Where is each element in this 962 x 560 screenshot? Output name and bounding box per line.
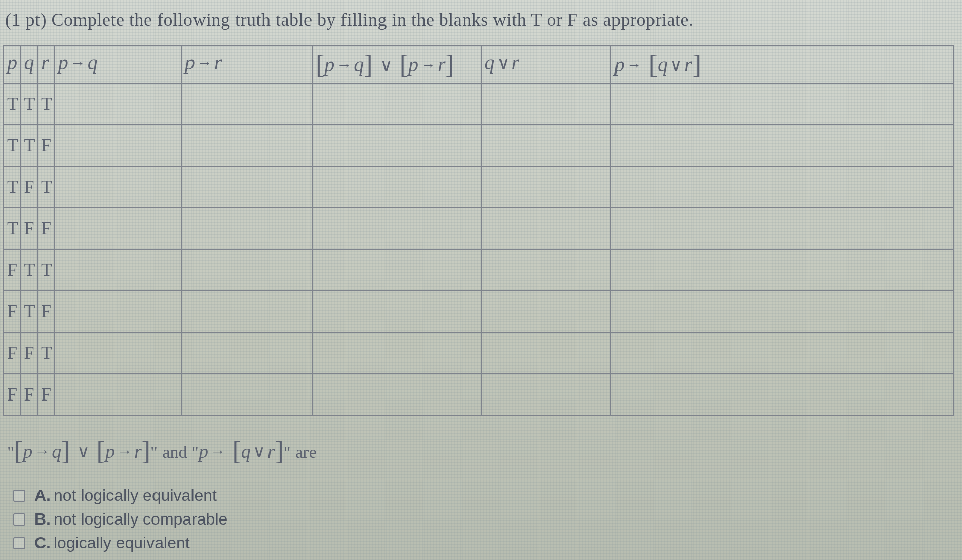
table-row: F F T	[4, 332, 954, 374]
blank-cell[interactable]	[611, 166, 954, 208]
blank-cell[interactable]	[55, 374, 181, 415]
blank-cell[interactable]	[181, 291, 312, 332]
blank-cell[interactable]	[181, 374, 312, 415]
table-row: T F T	[4, 166, 954, 208]
cell-r: T	[37, 249, 55, 291]
col-p-implies-r: p→r	[181, 45, 312, 83]
table-row: F T F	[4, 291, 954, 332]
blank-cell[interactable]	[312, 291, 481, 332]
blank-cell[interactable]	[611, 374, 954, 415]
blank-cell[interactable]	[312, 374, 481, 415]
blank-cell[interactable]	[611, 332, 954, 374]
choice-text: not logically equivalent	[54, 486, 217, 504]
col-disjunction: [p→q] ∨ [p→r]	[312, 45, 481, 83]
cell-r: T	[37, 332, 55, 374]
blank-cell[interactable]	[481, 166, 611, 208]
question-prompt: (1 pt) Complete the following truth tabl…	[5, 9, 959, 30]
statement-and: and	[162, 443, 191, 461]
blank-cell[interactable]	[611, 249, 954, 291]
equivalence-statement: "[p→q] ∨ [p→r]" and "p→ [q∨r]" are	[7, 434, 959, 464]
blank-cell[interactable]	[181, 332, 312, 374]
choice-key: B.	[34, 510, 51, 528]
blank-cell[interactable]	[481, 249, 611, 291]
blank-cell[interactable]	[55, 332, 181, 374]
blank-cell[interactable]	[481, 374, 611, 415]
blank-cell[interactable]	[312, 208, 481, 249]
cell-q: T	[21, 291, 38, 332]
blank-cell[interactable]	[181, 249, 312, 291]
blank-cell[interactable]	[481, 83, 611, 125]
header-row: p q r p→q p→r [p→q] ∨ [p→r] q∨r p	[4, 45, 954, 83]
choice-key: C.	[34, 534, 51, 552]
blank-cell[interactable]	[55, 125, 181, 166]
cell-p: T	[4, 83, 21, 125]
cell-p: T	[4, 208, 21, 249]
answer-choices: A.not logically equivalent B.not logical…	[13, 486, 959, 552]
col-p-implies-q: p→q	[55, 45, 181, 83]
blank-cell[interactable]	[481, 125, 611, 166]
choice-text: not logically comparable	[54, 510, 227, 528]
choice-text: logically equivalent	[54, 534, 190, 552]
cell-q: T	[21, 83, 38, 125]
cell-p: F	[4, 374, 21, 415]
cell-q: F	[21, 374, 38, 415]
blank-cell[interactable]	[55, 166, 181, 208]
cell-r: F	[37, 374, 55, 415]
blank-cell[interactable]	[55, 83, 181, 125]
blank-cell[interactable]	[312, 125, 481, 166]
blank-cell[interactable]	[181, 83, 312, 125]
statement-tail: are	[295, 443, 317, 461]
col-q: q	[21, 45, 38, 83]
cell-r: F	[37, 208, 55, 249]
blank-cell[interactable]	[481, 291, 611, 332]
checkbox-icon[interactable]	[13, 490, 25, 502]
checkbox-icon[interactable]	[13, 537, 25, 549]
cell-q: F	[21, 208, 38, 249]
cell-p: F	[4, 249, 21, 291]
cell-q: T	[21, 125, 38, 166]
table-row: F T T	[4, 249, 954, 291]
blank-cell[interactable]	[481, 332, 611, 374]
choice-key: A.	[34, 486, 51, 504]
blank-cell[interactable]	[481, 208, 611, 249]
table-row: T T F	[4, 125, 954, 166]
table-row: T F F	[4, 208, 954, 249]
checkbox-icon[interactable]	[13, 513, 25, 526]
choice-b[interactable]: B.not logically comparable	[13, 510, 959, 529]
cell-q: F	[21, 332, 38, 374]
table-row: F F F	[4, 374, 954, 415]
cell-r: T	[37, 83, 55, 125]
cell-r: F	[37, 125, 55, 166]
blank-cell[interactable]	[611, 83, 954, 125]
blank-cell[interactable]	[312, 249, 481, 291]
blank-cell[interactable]	[181, 208, 312, 249]
cell-r: F	[37, 291, 55, 332]
cell-q: T	[21, 249, 38, 291]
truth-table: p q r p→q p→r [p→q] ∨ [p→r] q∨r p	[3, 45, 954, 416]
col-q-or-r: q∨r	[481, 45, 611, 83]
col-p-implies-q-or-r: p→ [q∨r]	[611, 45, 954, 83]
col-r: r	[37, 45, 55, 83]
blank-cell[interactable]	[611, 208, 954, 249]
choice-a[interactable]: A.not logically equivalent	[13, 486, 959, 505]
blank-cell[interactable]	[55, 291, 181, 332]
cell-p: T	[4, 125, 21, 166]
blank-cell[interactable]	[611, 291, 954, 332]
choice-c[interactable]: C.logically equivalent	[13, 534, 959, 552]
blank-cell[interactable]	[181, 125, 312, 166]
blank-cell[interactable]	[611, 125, 954, 166]
col-p: p	[4, 45, 21, 83]
blank-cell[interactable]	[312, 83, 481, 125]
cell-q: F	[21, 166, 38, 208]
cell-p: T	[4, 166, 21, 208]
table-row: T T T	[4, 83, 954, 125]
blank-cell[interactable]	[55, 249, 181, 291]
blank-cell[interactable]	[312, 332, 481, 374]
cell-p: F	[4, 291, 21, 332]
blank-cell[interactable]	[181, 166, 312, 208]
blank-cell[interactable]	[55, 208, 181, 249]
page-root: (1 pt) Complete the following truth tabl…	[0, 0, 962, 560]
cell-p: F	[4, 332, 21, 374]
cell-r: T	[37, 166, 55, 208]
blank-cell[interactable]	[312, 166, 481, 208]
